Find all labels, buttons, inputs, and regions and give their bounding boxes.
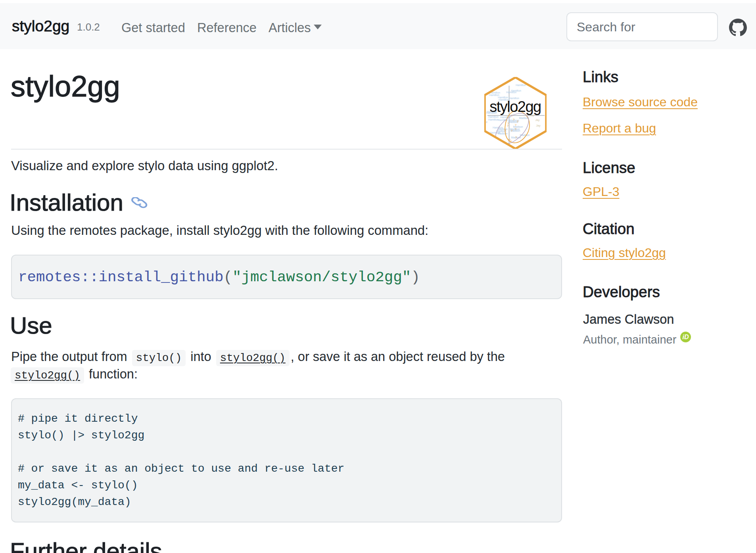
svg-text:?: ? (515, 127, 517, 131)
svg-text:Hamilton: Hamilton (516, 84, 526, 86)
svg-text:stylo2gg: stylo2gg (489, 98, 541, 115)
svg-text:iD: iD (683, 334, 689, 340)
svg-text:Madison: Madison (498, 132, 508, 135)
svg-text:Jay: Jay (535, 119, 540, 122)
svg-text:?: ? (507, 124, 509, 128)
svg-text:e: e (486, 121, 487, 123)
svg-text:Hamilton: Hamilton (506, 91, 516, 94)
svg-text:?: ? (515, 136, 517, 139)
svg-text:?: ? (517, 120, 519, 123)
svg-text:Hamilton: Hamilton (488, 115, 499, 118)
svg-text:?: ? (511, 129, 513, 132)
svg-text:?: ? (513, 118, 515, 121)
svg-text:Jay: Jay (536, 124, 541, 127)
svg-text:Hamilton: Hamilton (488, 118, 499, 121)
svg-text:?: ? (515, 123, 517, 127)
